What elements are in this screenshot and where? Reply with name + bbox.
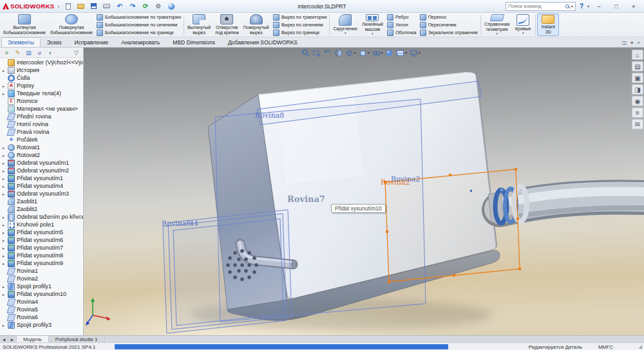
expand-arrow-icon[interactable]: ▸ [1, 192, 6, 196]
help-caret-icon[interactable]: ▾ [587, 4, 589, 8]
revolved-cut-button[interactable]: Повернутый вырез [242, 14, 271, 36]
tree-item[interactable]: ▸ История [0, 66, 83, 74]
apply-scene-icon[interactable]: ▾ [396, 49, 407, 57]
new-document-icon[interactable] [62, 1, 73, 12]
tree-item[interactable]: ▸ Spojit profily3 [0, 321, 83, 329]
print-icon[interactable] [101, 1, 112, 12]
graphics-area[interactable]: Rovina8 Rovina7 Rovina2 Rovina2 Rovina6 … [84, 48, 644, 335]
display-style-icon[interactable]: ▾ [359, 49, 370, 57]
tree-item[interactable]: Материал <не указан> [0, 105, 83, 113]
menu-expand-arrow-icon[interactable]: › [56, 3, 61, 10]
inlet-pipe[interactable] [499, 191, 644, 219]
expand-arrow-icon[interactable]: ▸ [1, 145, 6, 150]
reference-plane-cluster-3[interactable] [173, 219, 283, 326]
tree-item[interactable]: ▸ Přidat vysunutím1 [0, 174, 83, 182]
tree-item[interactable]: ▸ Přidat vysunutím4 [0, 182, 83, 190]
rebuild-icon[interactable]: ⟳ [140, 1, 151, 12]
model-tab[interactable]: Модель [17, 336, 49, 342]
tree-item[interactable]: Zaoblit2 [0, 205, 83, 213]
displaymanager-tab[interactable]: ◐ [46, 48, 55, 57]
commandmanager-tab[interactable]: Исправление [68, 37, 115, 47]
expand-arrow-icon[interactable]: ▸ [1, 230, 6, 235]
ribbon-small-button[interactable]: Пересечение [420, 21, 478, 28]
commandmanager-tab[interactable]: Анализировать [115, 37, 166, 47]
ribbon-small-button[interactable]: Уклон [387, 21, 417, 28]
commandmanager-tab[interactable]: MBD Dimensions [166, 37, 222, 47]
maximize-button[interactable]: □ [609, 0, 624, 12]
expand-arrow-icon[interactable]: ▸ [1, 215, 6, 219]
tree-item[interactable]: ▸ Odebrat tažením po křivce1 [0, 213, 83, 221]
taskpane-resources-icon[interactable]: ⌂ [632, 50, 643, 60]
tree-item[interactable]: ▸ Odebrat vysunutím3 [0, 190, 83, 198]
expand-arrow-icon[interactable]: ▸ [1, 238, 6, 243]
tree-item[interactable]: ▸ Odebrat vysunutím1 [0, 159, 83, 167]
expand-arrow-icon[interactable]: ▸ [1, 91, 6, 96]
commandmanager-tab[interactable]: Добавления SOLIDWORKS [222, 37, 304, 47]
expand-arrow-icon[interactable]: ▸ [1, 284, 6, 289]
fillet-button[interactable]: Скругление ▾ [331, 14, 359, 36]
propertymanager-tab[interactable]: ✎ [13, 48, 23, 57]
taskpane-appearances-icon[interactable]: ◉ [632, 96, 643, 106]
tree-item[interactable]: ▸ Přidat vysunutím5 [0, 228, 83, 236]
filter-icon[interactable]: ▽ [71, 48, 81, 57]
configurationmanager-tab[interactable]: ▤ [24, 48, 33, 57]
hole-wizard-button[interactable]: Отверстие под крепеж [213, 14, 241, 36]
tree-item[interactable]: ▸ Přidat vysunutím9 [0, 259, 83, 267]
tree-item[interactable]: ▸ Popisy [0, 82, 83, 89]
tree-item[interactable]: Rovina6 [0, 313, 83, 321]
tree-item[interactable]: Rovnice [0, 97, 83, 105]
ribbon-small-button[interactable]: Ребро [387, 14, 417, 21]
3d-viewport-canvas[interactable] [84, 48, 644, 335]
ribbon-small-button[interactable]: Перенос [420, 14, 478, 21]
tab-scroll-right-icon[interactable]: ▶ [8, 336, 17, 342]
tree-item[interactable]: ▸ Přidat vysunutím7 [0, 244, 83, 252]
tree-item[interactable]: ▸ Spojit profily1 [0, 282, 83, 290]
tree-item[interactable]: Přední rovina [0, 113, 83, 120]
ribbon-small-button[interactable]: Вырез по границе [273, 29, 327, 36]
ribbon-small-button[interactable]: Бобышка/основание на границе [97, 29, 181, 36]
dimxpertmanager-tab[interactable]: ⌀ [35, 48, 44, 57]
minimize-button[interactable]: – [591, 0, 607, 12]
zoom-fit-icon[interactable] [301, 49, 310, 57]
view-settings-icon[interactable]: ▾ [410, 49, 421, 57]
reference-geometry-button[interactable]: Справочная геометрия ▾ [482, 14, 511, 36]
hide-show-items-icon[interactable]: ▾ [372, 49, 383, 57]
curves-button[interactable]: Кривые ▾ [512, 14, 534, 36]
tree-item[interactable]: ▸ Rotovat2 [0, 151, 83, 159]
tree-item[interactable]: Rovina4 [0, 298, 83, 306]
units-label[interactable]: ММГС [598, 344, 613, 350]
tree-item[interactable]: intercooler (Výchozí<<Výchozí [0, 59, 83, 66]
expand-arrow-icon[interactable]: ▸ [1, 246, 6, 250]
edit-appearance-icon[interactable] [166, 1, 176, 12]
linear-pattern-button[interactable]: Линейный массив ▾ [360, 14, 385, 36]
previous-view-icon[interactable] [323, 49, 332, 57]
expand-arrow-icon[interactable]: ▸ [1, 161, 6, 165]
plane-label[interactable]: Rovina7 [287, 194, 325, 204]
taskpane-design-library-icon[interactable]: ▤ [632, 61, 643, 71]
zoom-area-icon[interactable] [312, 49, 321, 57]
collapse-commandmanager-icon[interactable]: ˄ [637, 40, 640, 46]
undo-icon[interactable]: ↶ [114, 1, 125, 12]
taskpane-forum-icon[interactable]: ✉ [632, 119, 643, 129]
motion-study-tab[interactable]: Pohybová studie 1 [49, 336, 105, 342]
expand-arrow-icon[interactable]: ▸ [1, 176, 6, 181]
tree-item[interactable]: ▸ Přidat vysunutím8 [0, 252, 83, 259]
tree-item[interactable]: Čidla [0, 74, 83, 82]
ribbon-small-button[interactable]: Бобышка/основание по сечениям [97, 21, 181, 28]
tree-item[interactable]: Rovina2 [0, 275, 83, 282]
tree-item[interactable]: Horní rovina [0, 120, 83, 128]
tree-item[interactable]: Rovina1 [0, 267, 83, 275]
ribbon-small-button[interactable]: Вырез по сечениям [273, 21, 327, 28]
tree-item[interactable]: Pravá rovina [0, 128, 83, 136]
tree-item[interactable]: ▸ Kruhové pole1 [0, 221, 83, 228]
commandmanager-tab[interactable]: Элементы [1, 37, 41, 47]
search-caret-icon[interactable]: ▾ [571, 4, 573, 8]
taskpane-file-explorer-icon[interactable]: ▣ [632, 73, 643, 83]
tree-item[interactable]: ▸ Přidat vysunutím10 [0, 290, 83, 298]
tree-item[interactable]: ▸ Rotovat1 [0, 143, 83, 151]
revolved-boss-button[interactable]: Повернутая бобышка/основание [48, 14, 95, 36]
taskpane-custom-properties-icon[interactable]: ≡ [632, 107, 643, 118]
expand-arrow-icon[interactable]: ▸ [1, 323, 6, 327]
section-view-icon[interactable] [334, 49, 343, 57]
expand-arrow-icon[interactable]: ▸ [1, 261, 6, 266]
